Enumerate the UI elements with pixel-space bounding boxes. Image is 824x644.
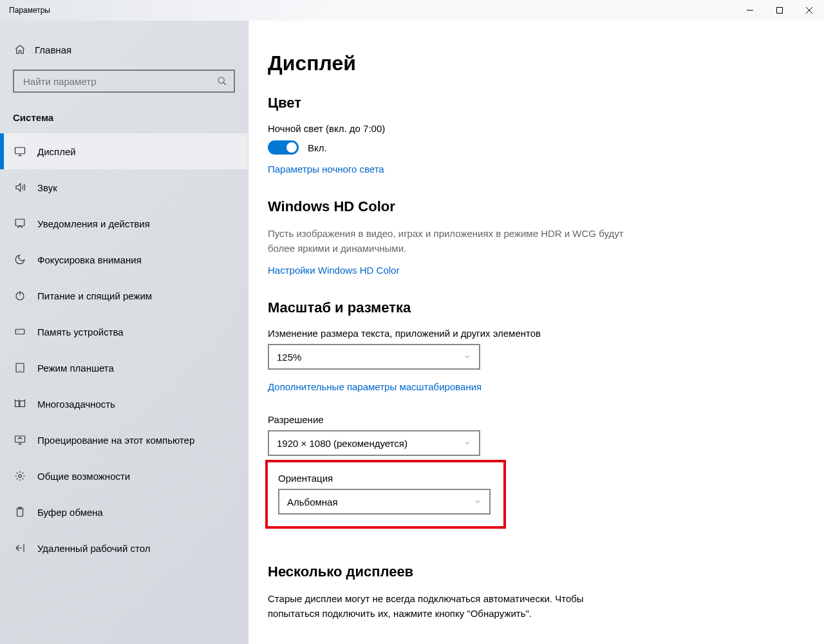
- orientation-select[interactable]: Альбомная: [278, 489, 491, 515]
- scale-heading: Масштаб и разметка: [268, 299, 628, 316]
- sidebar-item-remote[interactable]: Удаленный рабочий стол: [0, 530, 248, 566]
- sidebar-item-label: Звук: [37, 182, 57, 193]
- svg-rect-5: [15, 329, 24, 334]
- orientation-label: Ориентация: [278, 473, 491, 484]
- sidebar-item-focus[interactable]: Фокусировка внимания: [0, 242, 248, 278]
- display-icon: [13, 146, 27, 157]
- svg-rect-0: [777, 8, 783, 14]
- color-heading: Цвет: [268, 95, 628, 111]
- titlebar: Параметры: [0, 0, 824, 21]
- sidebar-item-label: Дисплей: [37, 146, 76, 157]
- svg-rect-8: [20, 401, 25, 407]
- nav-list: ДисплейЗвукУведомления и действияФокусир…: [0, 133, 248, 566]
- sidebar-item-label: Проецирование на этот компьютер: [37, 435, 194, 446]
- sidebar-item-clipboard[interactable]: Буфер обмена: [0, 494, 248, 530]
- sidebar-item-label: Режим планшета: [37, 363, 114, 374]
- sidebar-item-notifications[interactable]: Уведомления и действия: [0, 205, 248, 242]
- sidebar-item-label: Удаленный рабочий стол: [37, 543, 150, 554]
- chevron-down-icon: [464, 439, 471, 447]
- resolution-label: Разрешение: [268, 414, 628, 425]
- notifications-icon: [13, 218, 27, 229]
- scale-size-label: Изменение размера текста, приложений и д…: [268, 328, 628, 339]
- home-link[interactable]: Главная: [0, 37, 248, 70]
- night-light-settings-link[interactable]: Параметры ночного света: [268, 164, 384, 175]
- svg-rect-2: [15, 147, 25, 154]
- multitask-icon: [13, 398, 27, 410]
- close-button[interactable]: [794, 0, 824, 21]
- hdr-heading: Windows HD Color: [268, 198, 628, 215]
- sidebar-item-shared[interactable]: Общие возможности: [0, 458, 248, 494]
- sidebar-item-label: Уведомления и действия: [37, 218, 150, 229]
- sidebar-item-label: Фокусировка внимания: [37, 254, 142, 265]
- sidebar-item-storage[interactable]: Память устройства: [0, 314, 248, 350]
- chevron-down-icon: [464, 353, 471, 361]
- search-box[interactable]: [13, 70, 235, 93]
- maximize-button[interactable]: [765, 0, 794, 21]
- sidebar-item-multitask[interactable]: Многозадачность: [0, 386, 248, 422]
- sidebar-item-tablet[interactable]: Режим планшета: [0, 350, 248, 386]
- night-light-caption: Ночной свет (вкл. до 7:00): [268, 123, 628, 134]
- multi-display-heading: Несколько дисплеев: [268, 564, 628, 580]
- resolution-select[interactable]: 1920 × 1080 (рекомендуется): [268, 430, 480, 456]
- resolution-value: 1920 × 1080 (рекомендуется): [277, 438, 407, 449]
- storage-icon: [13, 326, 27, 337]
- multi-display-desc: Старые дисплеи могут не всегда подключат…: [268, 592, 628, 621]
- minimize-button[interactable]: [735, 0, 765, 21]
- content-pane: Дисплей Цвет Ночной свет (вкл. до 7:00) …: [248, 21, 824, 644]
- focus-icon: [13, 254, 27, 265]
- category-heading: Система: [0, 106, 248, 129]
- power-icon: [13, 290, 27, 301]
- sidebar-item-label: Буфер обмена: [37, 507, 103, 518]
- toggle-state-label: Вкл.: [308, 142, 327, 153]
- svg-point-1: [218, 77, 224, 83]
- hdr-settings-link[interactable]: Настройки Windows HD Color: [268, 265, 399, 276]
- night-light-toggle[interactable]: Вкл.: [268, 140, 628, 155]
- sidebar-item-power[interactable]: Питание и спящий режим: [0, 278, 248, 314]
- scale-size-select[interactable]: 125%: [268, 344, 480, 370]
- page-title: Дисплей: [268, 52, 805, 75]
- hdr-description: Пусть изображения в видео, играх и прило…: [268, 227, 628, 256]
- svg-rect-7: [15, 401, 19, 407]
- shared-icon: [13, 470, 27, 482]
- sidebar-item-label: Питание и спящий режим: [37, 290, 152, 301]
- home-icon: [13, 44, 27, 55]
- sidebar-item-label: Память устройства: [37, 327, 124, 337]
- home-label: Главная: [35, 44, 71, 55]
- advanced-scaling-link[interactable]: Дополнительные параметры масштабирования: [268, 381, 482, 392]
- orientation-highlight: Ориентация Альбомная: [265, 460, 506, 529]
- toggle-switch-on: [268, 140, 299, 155]
- svg-point-10: [19, 475, 22, 478]
- sidebar-item-label: Многозадачность: [37, 399, 115, 410]
- sidebar-item-project[interactable]: Проецирование на этот компьютер: [0, 422, 248, 458]
- orientation-value: Альбомная: [287, 497, 338, 507]
- search-input[interactable]: [13, 70, 235, 93]
- chevron-down-icon: [474, 498, 482, 506]
- remote-icon: [13, 542, 27, 554]
- sidebar: Главная Система ДисплейЗвукУведомления и…: [0, 21, 248, 644]
- tablet-icon: [13, 362, 27, 374]
- svg-rect-9: [15, 436, 25, 442]
- scale-size-value: 125%: [277, 352, 301, 363]
- sidebar-item-sound[interactable]: Звук: [0, 169, 248, 205]
- search-icon: [217, 76, 227, 86]
- project-icon: [13, 434, 27, 446]
- window-title: Параметры: [9, 6, 50, 15]
- sound-icon: [13, 182, 27, 193]
- sidebar-item-display[interactable]: Дисплей: [0, 133, 248, 169]
- svg-rect-3: [15, 219, 24, 226]
- clipboard-icon: [13, 506, 27, 518]
- sidebar-item-label: Общие возможности: [37, 471, 130, 482]
